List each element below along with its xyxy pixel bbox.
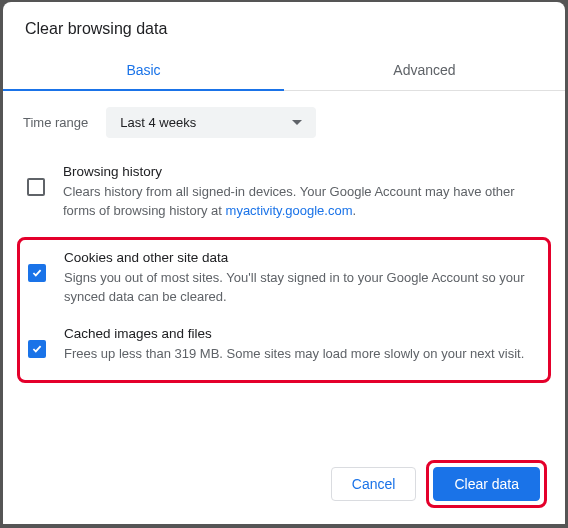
highlighted-options: Cookies and other site data Signs you ou… <box>17 237 551 384</box>
clear-data-button[interactable]: Clear data <box>433 467 540 501</box>
clear-browsing-data-dialog: Clear browsing data Basic Advanced Time … <box>3 2 565 524</box>
tab-label: Advanced <box>393 62 455 78</box>
myactivity-link[interactable]: myactivity.google.com <box>226 203 353 218</box>
tabs: Basic Advanced <box>3 52 565 91</box>
time-range-row: Time range Last 4 weeks <box>23 107 545 138</box>
time-range-select[interactable]: Last 4 weeks <box>106 107 316 138</box>
option-description: Signs you out of most sites. You'll stay… <box>64 269 540 307</box>
check-icon <box>32 345 42 353</box>
check-icon <box>32 269 42 277</box>
tab-advanced[interactable]: Advanced <box>284 52 565 90</box>
option-description: Frees up less than 319 MB. Some sites ma… <box>64 345 540 364</box>
tab-basic[interactable]: Basic <box>3 52 284 90</box>
option-cookies: Cookies and other site data Signs you ou… <box>24 246 544 323</box>
dialog-title: Clear browsing data <box>3 2 565 52</box>
dialog-footer: Cancel Clear data <box>3 446 565 524</box>
option-browsing-history: Browsing history Clears history from all… <box>23 160 545 237</box>
dialog-body: Time range Last 4 weeks Browsing history… <box>3 91 565 446</box>
checkbox-cache[interactable] <box>28 340 46 358</box>
option-text: Cookies and other site data Signs you ou… <box>64 250 540 307</box>
option-cache: Cached images and files Frees up less th… <box>24 322 544 380</box>
option-title: Cookies and other site data <box>64 250 540 265</box>
option-title: Browsing history <box>63 164 541 179</box>
option-text: Cached images and files Frees up less th… <box>64 326 540 364</box>
checkbox-cookies[interactable] <box>28 264 46 282</box>
clear-data-highlight: Clear data <box>426 460 547 508</box>
cancel-button[interactable]: Cancel <box>331 467 417 501</box>
tab-label: Basic <box>126 62 160 78</box>
option-description: Clears history from all signed-in device… <box>63 183 541 221</box>
chevron-down-icon <box>292 120 302 125</box>
time-range-value: Last 4 weeks <box>120 115 196 130</box>
option-title: Cached images and files <box>64 326 540 341</box>
checkbox-browsing-history[interactable] <box>27 178 45 196</box>
time-range-label: Time range <box>23 115 88 130</box>
option-text: Browsing history Clears history from all… <box>63 164 541 221</box>
